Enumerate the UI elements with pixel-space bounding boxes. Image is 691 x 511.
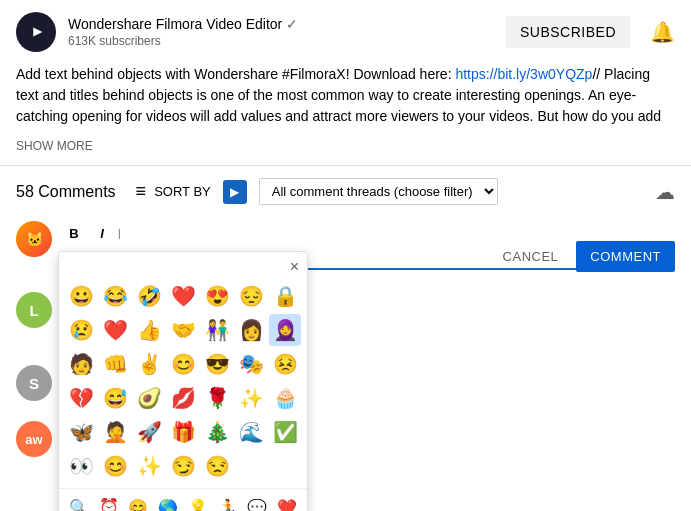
emoji-item[interactable]: 😔 bbox=[235, 280, 267, 312]
emoji-tab-symbols[interactable]: 💬 bbox=[244, 493, 272, 511]
emoji-item[interactable]: 🌊 bbox=[235, 416, 267, 448]
emoji-item[interactable]: 😣 bbox=[269, 348, 301, 380]
emoji-item[interactable]: 🧑 bbox=[65, 348, 97, 380]
emoji-item[interactable]: 💔 bbox=[65, 382, 97, 414]
notification-bell-icon[interactable]: 🔔 bbox=[650, 20, 675, 44]
emoji-item[interactable]: 👊 bbox=[99, 348, 131, 380]
emoji-item[interactable]: ❤️ bbox=[167, 280, 199, 312]
cloud-icon[interactable]: ☁ bbox=[655, 180, 675, 204]
emoji-item[interactable]: 👍 bbox=[133, 314, 165, 346]
channel-info: Wondershare Filmora Video Editor ✓ 613K … bbox=[68, 16, 494, 48]
emoji-item[interactable]: 🥑 bbox=[133, 382, 165, 414]
emoji-picker: × 😀 😂 🤣 ❤️ 😍 😔 🔒 😢 ❤️ 👍 🤝 👫 👩 🧕 🧑 👊 ✌️ 😊… bbox=[58, 251, 308, 511]
comment-actions: CANCEL COMMENT bbox=[493, 241, 675, 272]
subscribe-button[interactable]: SUBSCRIBED bbox=[506, 16, 630, 48]
emoji-item[interactable]: 😅 bbox=[99, 382, 131, 414]
description-text-before: Add text behind objects with Wondershare… bbox=[16, 66, 455, 82]
emoji-item[interactable]: ✌️ bbox=[133, 348, 165, 380]
italic-button[interactable]: I bbox=[90, 221, 114, 245]
emoji-item[interactable]: 🎁 bbox=[167, 416, 199, 448]
emoji-item[interactable]: 🤦 bbox=[99, 416, 131, 448]
verified-icon: ✓ bbox=[286, 16, 298, 32]
emoji-tab-smileys[interactable]: 😊 bbox=[125, 493, 153, 511]
avatar-image: 🐱 bbox=[26, 231, 43, 247]
commenter-avatar-2: S bbox=[16, 365, 52, 401]
emoji-tab-recent[interactable]: ⏰ bbox=[95, 493, 123, 511]
comment-filter-select[interactable]: All comment threads (choose filter) bbox=[259, 178, 498, 205]
emoji-item[interactable]: ✅ bbox=[269, 416, 301, 448]
channel-name-text: Wondershare Filmora Video Editor bbox=[68, 16, 282, 32]
emoji-item[interactable]: 🤝 bbox=[167, 314, 199, 346]
comment-input-area: 🐱 B I | 🖤😊🐝💛 × 😀 😂 🤣 ❤️ 😍 😔 🔒 😢 ❤️ 👍 🤝 � bbox=[0, 213, 691, 282]
emoji-item[interactable]: 😎 bbox=[201, 348, 233, 380]
emoji-item[interactable]: ✨ bbox=[235, 382, 267, 414]
emoji-item[interactable]: 🔒 bbox=[269, 280, 301, 312]
emoji-item[interactable]: 💋 bbox=[167, 382, 199, 414]
emoji-tab-activities[interactable]: 🏃 bbox=[214, 493, 242, 511]
emoji-tab-flags[interactable]: ❤️ bbox=[273, 493, 301, 511]
emoji-item[interactable]: 👀 bbox=[65, 450, 97, 482]
channel-name: Wondershare Filmora Video Editor ✓ bbox=[68, 16, 494, 32]
emoji-tab-nature[interactable]: 🌎 bbox=[154, 493, 182, 511]
channel-logo bbox=[16, 12, 56, 52]
comment-count: 58 Comments bbox=[16, 183, 116, 201]
emoji-tab-search[interactable]: 🔍 bbox=[65, 493, 93, 511]
emoji-item[interactable]: 🎄 bbox=[201, 416, 233, 448]
comment-label: Comments bbox=[38, 183, 115, 200]
emoji-grid: 😀 😂 🤣 ❤️ 😍 😔 🔒 😢 ❤️ 👍 🤝 👫 👩 🧕 🧑 👊 ✌️ 😊 😎… bbox=[59, 252, 307, 488]
emoji-item[interactable]: 👩 bbox=[235, 314, 267, 346]
bold-button[interactable]: B bbox=[62, 221, 86, 245]
emoji-item[interactable]: 😊 bbox=[167, 348, 199, 380]
user-avatar: 🐱 bbox=[16, 221, 52, 257]
description-link[interactable]: https://bit.ly/3w0YQZp bbox=[455, 66, 592, 82]
sort-icon[interactable]: ≡ bbox=[136, 181, 147, 202]
emoji-item[interactable]: 😒 bbox=[201, 450, 233, 482]
emoji-picker-tabs: 🔍 ⏰ 😊 🌎 💡 🏃 💬 ❤️ bbox=[59, 488, 307, 511]
emoji-item[interactable]: 😀 bbox=[65, 280, 97, 312]
emoji-item[interactable]: 😏 bbox=[167, 450, 199, 482]
emoji-item-selected[interactable]: 🧕 bbox=[269, 314, 301, 346]
emoji-item[interactable]: 🤣 bbox=[133, 280, 165, 312]
emoji-item[interactable]: 😊 bbox=[99, 450, 131, 482]
play-sort-icon: ▶ bbox=[223, 180, 247, 204]
emoji-item[interactable]: 👫 bbox=[201, 314, 233, 346]
emoji-item[interactable]: ❤️ bbox=[99, 314, 131, 346]
emoji-item[interactable]: 🌹 bbox=[201, 382, 233, 414]
emoji-item[interactable]: 🚀 bbox=[133, 416, 165, 448]
emoji-item[interactable]: 🧁 bbox=[269, 382, 301, 414]
comments-header: 58 Comments ≡ SORT BY ▶ All comment thre… bbox=[0, 166, 691, 213]
commenter-avatar-3: aw bbox=[16, 421, 52, 457]
emoji-item[interactable]: 🦋 bbox=[65, 416, 97, 448]
channel-subscribers: 613K subscribers bbox=[68, 34, 494, 48]
emoji-tab-objects[interactable]: 💡 bbox=[184, 493, 212, 511]
sort-by-label: SORT BY bbox=[154, 184, 211, 199]
emoji-item[interactable]: ✨ bbox=[133, 450, 165, 482]
emoji-item[interactable]: 🎭 bbox=[235, 348, 267, 380]
channel-header: Wondershare Filmora Video Editor ✓ 613K … bbox=[0, 0, 691, 60]
video-description: Add text behind objects with Wondershare… bbox=[0, 60, 691, 135]
comment-number: 58 bbox=[16, 183, 34, 200]
emoji-item[interactable]: 😂 bbox=[99, 280, 131, 312]
commenter-avatar-1: L bbox=[16, 292, 52, 328]
show-more-button[interactable]: SHOW MORE bbox=[0, 135, 691, 165]
comment-submit-button[interactable]: COMMENT bbox=[576, 241, 675, 272]
emoji-picker-close-button[interactable]: × bbox=[290, 258, 299, 276]
emoji-item[interactable]: 😢 bbox=[65, 314, 97, 346]
format-separator: | bbox=[118, 228, 121, 239]
cancel-button[interactable]: CANCEL bbox=[493, 243, 569, 270]
emoji-item[interactable]: 😍 bbox=[201, 280, 233, 312]
